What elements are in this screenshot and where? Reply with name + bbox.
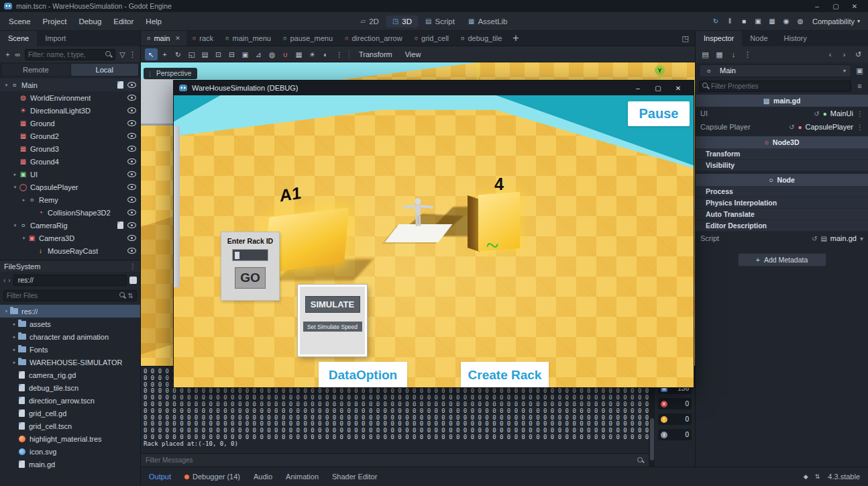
scale-tool-icon[interactable]: ◱ (185, 48, 198, 60)
save-resource-icon[interactable]: ↓ (728, 50, 739, 59)
simulate-button[interactable]: SIMULATE (305, 296, 360, 313)
view-menu[interactable]: View (399, 50, 427, 58)
workspace-script[interactable]: ▤Script (419, 15, 461, 28)
sort-icon[interactable]: ⇅ (128, 292, 133, 299)
visibility-eye-icon[interactable] (127, 82, 136, 88)
scene-tree-row[interactable]: ▦Ground4 (0, 155, 140, 168)
property-options-icon[interactable]: ⋮ (857, 110, 863, 117)
movie-maker-icon[interactable]: ◉ (779, 17, 793, 25)
filesystem-item[interactable]: highlight_material.tres (0, 432, 140, 445)
visibility-eye-icon[interactable] (127, 184, 136, 190)
tree-arrow-icon[interactable]: ▾ (20, 236, 28, 241)
filesystem-item[interactable]: grid_cell.gd (0, 407, 140, 420)
transform-menu[interactable]: Transform (353, 50, 398, 58)
scene-tree-row[interactable]: ▦Ground (0, 117, 140, 130)
scene-tree-row[interactable]: ▦Ground3 (0, 142, 140, 155)
scrollbar-thumb[interactable] (650, 418, 654, 460)
visibility-eye-icon[interactable] (127, 171, 136, 177)
tree-arrow-icon[interactable]: ▸ (11, 347, 18, 352)
menu-project[interactable]: Project (37, 15, 73, 28)
game-maximize-button[interactable]: ▢ (648, 85, 668, 92)
visibility-eye-icon[interactable] (127, 222, 136, 228)
scene-tab-main-menu[interactable]: ○main_menu (219, 31, 277, 46)
node-selector-dropdown[interactable]: ○ Main ▾ (699, 64, 851, 77)
tree-arrow-icon[interactable]: ▾ (3, 309, 10, 314)
property-options-icon[interactable]: ⋮ (857, 124, 863, 131)
tree-arrow-icon[interactable]: ▸ (11, 360, 18, 365)
visibility-eye-icon[interactable] (127, 209, 136, 215)
renderer-dropdown[interactable]: Compatibility ▾ (808, 15, 865, 28)
script-badge-icon[interactable] (117, 81, 123, 89)
filesystem-item[interactable]: debug_tile.tscn (0, 381, 140, 394)
filesystem-item[interactable]: ▸WAREHOUSE-SIMULATOR (0, 356, 140, 369)
window-minimize-button[interactable]: – (808, 3, 826, 10)
info-counter[interactable]: i0 (658, 429, 692, 440)
set-simulate-speed-button[interactable]: Set Simulate Speed (303, 322, 362, 332)
visibility-eye-icon[interactable] (127, 133, 136, 139)
filesystem-item[interactable]: icon.svg (0, 445, 140, 458)
scene-tree-row[interactable]: ◔CollisionShape3D2 (0, 206, 140, 219)
create-rack-button[interactable]: Create Rack (461, 362, 549, 387)
revert-icon[interactable]: ↺ (812, 235, 817, 242)
more-options-icon[interactable]: ⋮ (127, 50, 138, 59)
tree-arrow-icon[interactable]: ▸ (11, 322, 18, 327)
bottom-tab-debugger-14[interactable]: Debugger (14) (184, 473, 240, 481)
tab-scene[interactable]: Scene (0, 31, 37, 46)
remote-button[interactable]: Remote (2, 64, 70, 76)
bottom-tab-output[interactable]: Output (149, 473, 171, 481)
tab-history[interactable]: History (776, 31, 815, 46)
visibility-eye-icon[interactable] (127, 248, 136, 254)
scene-tree-row[interactable]: ☀DirectionalLight3D (0, 104, 140, 117)
tree-arrow-icon[interactable]: ▸ (11, 334, 18, 340)
local-button[interactable]: Local (71, 64, 139, 76)
unlock-icon[interactable]: ⊟ (225, 48, 238, 60)
selection-list-icon[interactable]: ▤ (199, 48, 211, 60)
scene-tree-row[interactable]: ▦Ground2 (0, 130, 140, 142)
warnings-counter[interactable]: !0 (658, 414, 692, 425)
scene-tree-row[interactable]: ▾○CameraRig (0, 219, 140, 232)
history-forward-icon[interactable]: › (839, 50, 849, 59)
tab-node[interactable]: Node (742, 31, 775, 46)
group-auto-translate[interactable]: Auto Translate (696, 209, 868, 220)
scene-tree-row[interactable]: ▸○Remy (0, 193, 140, 206)
menu-editor[interactable]: Editor (107, 15, 140, 28)
script-badge-icon[interactable] (117, 222, 123, 229)
instances-icon[interactable]: ▦ (765, 17, 779, 25)
filesystem-options-icon[interactable]: ⋮ (129, 262, 136, 270)
visibility-eye-icon[interactable] (127, 158, 136, 164)
game-viewport[interactable]: A1 4 Pause Enter Rack ID GO SI (174, 95, 694, 387)
workspace-assetlib[interactable]: ▦AssetLib (462, 15, 514, 28)
scene-tree-row[interactable]: ▾◯CapsulePlayer (0, 181, 140, 193)
instance-scene-icon[interactable]: ∞ (13, 50, 23, 58)
scene-tab-grid-cell[interactable]: ○grid_cell (409, 31, 455, 46)
errors-counter[interactable]: ✕0 (658, 398, 692, 409)
property-value[interactable]: CapsulePlayer (805, 123, 853, 131)
rotate-tool-icon[interactable]: ↻ (172, 48, 184, 60)
update-spinner-icon[interactable]: ⇅ (815, 473, 820, 480)
filesystem-filter-input[interactable] (7, 292, 117, 299)
stop-icon[interactable]: ■ (737, 17, 751, 25)
revert-icon[interactable]: ↺ (789, 124, 794, 131)
distraction-free-icon[interactable]: ◳ (676, 31, 695, 46)
scene-tree-row[interactable]: ▾▣Camera3D (0, 232, 140, 244)
axis-gizmo-y[interactable]: Y (655, 65, 665, 75)
visibility-eye-icon[interactable] (127, 120, 136, 126)
filesystem-item[interactable]: direction_arrow.tscn (0, 394, 140, 407)
scene-tree-row[interactable]: ▸▣UI (0, 168, 140, 181)
group-editor-description[interactable]: Editor Description (696, 220, 868, 232)
new-resource-icon[interactable]: ▤ (700, 50, 710, 59)
scene-tab-main[interactable]: ○main✕ (141, 31, 186, 46)
add-node-icon[interactable]: + (3, 50, 13, 58)
section-node3d[interactable]: ○Node3D (696, 136, 868, 148)
filesystem-item[interactable]: main.gd (0, 458, 140, 471)
scene-tab-rack[interactable]: ○rack (186, 31, 219, 46)
workspace-3d[interactable]: ◳3D (386, 15, 418, 28)
bottom-tab-audio[interactable]: Audio (254, 473, 272, 481)
menu-help[interactable]: Help (140, 15, 168, 28)
tree-arrow-icon[interactable]: ▸ (11, 172, 19, 177)
preview-environment-icon[interactable]: ◐ (319, 48, 332, 60)
scene-tab-pause-menu[interactable]: ○pause_menu (277, 31, 339, 46)
property-value[interactable]: MainUi (830, 109, 853, 117)
history-back-icon[interactable]: ‹ (825, 50, 835, 59)
close-icon[interactable]: ✕ (175, 35, 180, 42)
